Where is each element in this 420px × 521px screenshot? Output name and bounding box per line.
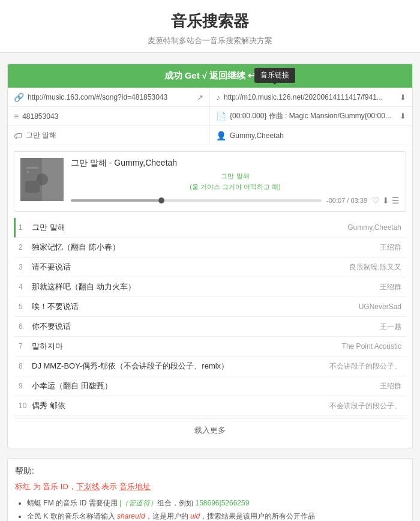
album-art-svg [20,158,64,201]
song-row-10[interactable]: 10 偶秀 郇依 不会讲段子的段公子、 [14,396,406,416]
song-name-4: 那就这样吧（翻自 动力火车） [32,282,375,292]
player-top: 그만 말해 - Gummy,Cheetah 그만 말해 (울 거야스 그거야 어… [20,158,400,205]
download-icon-1[interactable]: ⬇ [400,93,406,102]
song-row-6[interactable]: 6 你不要说话 王一越 [14,317,406,337]
song-name-8: DJ MMZ-BOY-偶秀-郇依（不会讲段子的段公子、remix） [32,361,325,372]
lyrics-value: {00:00.000} 作曲 : Magic Mansion/Gummy{00:… [230,111,396,121]
song-artist-10: 不会讲段子的段公子、 [329,401,401,411]
url-163-value: http://music.163.com/#/song?id=481853043 [28,93,193,101]
link-icon: 🔗 [14,92,24,102]
player-lyrics: 그만 말해 (울 거야스 그거야 어떡하고 해) [71,171,400,192]
song-num-1: 1 [19,223,32,232]
song-artist-7: The Point Acoustic [342,342,401,351]
help-example-num: 158696|5266259 [195,499,249,507]
artist-value: Gummy,Cheetah [230,131,406,140]
song-id-value: 481853043 [22,112,203,121]
song-artist-4: 王绍群 [380,282,401,292]
song-row-5[interactable]: 5 唉！不要说话 UGNeverSad [14,297,406,317]
highlight-underline: 下划线 [76,482,100,491]
load-more-button[interactable]: 载入更多 [14,418,406,442]
download-icon-3[interactable]: ⬇ [382,196,389,205]
lyrics-line2: (울 거야스 그거야 어떡하고 해) [71,182,400,193]
song-name-1: 그만 말해 [32,222,343,233]
info-cell-lyrics: 📄 {00:00.000} 作曲 : Magic Mansion/Gummy{0… [210,107,412,126]
song-artist-5: UGNeverSad [359,303,401,311]
song-row-1[interactable]: 1 그만 말해 Gummy,Cheetah [14,218,406,238]
player-controls: -00:07 / 03:39 ♡ ⬇ ☰ [71,196,400,205]
svg-point-5 [28,170,37,182]
header: 音乐搜索器 麦葱特制多站合一音乐搜索解决方案 [0,0,420,53]
song-row-3[interactable]: 3 请不要说话 良辰制噪,陈又又 [14,257,406,277]
song-num-10: 10 [19,402,32,410]
song-row-9[interactable]: 9 小幸运（翻自 田馥甄） 王绍群 [14,376,406,396]
song-name-2: 独家记忆（翻自 陈小春） [32,242,375,253]
highlight-red: 标红 [15,482,31,491]
lyrics-line1: 그만 말해 [71,171,400,182]
help-item-2: 全民 K 歌的音乐名称请输入 shareuId，这是用户的 uid，搜索结果是该… [27,510,405,521]
song-name-9: 小幸运（翻自 田馥甄） [32,381,375,391]
help-section: 帮助: 标红 为 音乐 ID，下划线 表示 音乐地址 蜻蜓 FM 的音乐 ID … [7,458,413,521]
highlight-music: 音乐 ID [43,482,68,491]
ctrl-icons: ♡ ⬇ ☰ [372,196,400,205]
song-num-8: 8 [19,362,32,370]
svg-rect-3 [26,167,38,169]
main-content: 成功 Get √ 返回继续 ↩ 音乐链接 🔗 http://music.163.… [7,64,413,448]
like-icon[interactable]: ♡ [372,196,380,205]
player-section: 그만 말해 - Gummy,Cheetah 그만 말해 (울 거야스 그거야 어… [14,151,406,212]
song-row-4[interactable]: 4 那就这样吧（翻自 动力火车） 王绍群 [14,277,406,297]
help-highlight: 标红 为 音乐 ID，下划线 表示 音乐地址 [15,481,405,492]
song-artist-2: 王绍群 [380,242,401,253]
header-subtitle: 麦葱特制多站合一音乐搜索解决方案 [0,35,420,46]
song-num-2: 2 [19,243,32,251]
song-name-6: 你不要说话 [32,321,375,332]
info-cell-url-163: 🔗 http://music.163.com/#/song?id=4818530… [8,88,210,107]
progress-bar[interactable] [71,199,322,202]
song-artist-9: 王绍群 [380,381,401,391]
music-note-icon: ♪ [216,92,220,102]
song-num-9: 9 [19,382,32,390]
menu-icon[interactable]: ☰ [392,196,400,205]
download-icon-2[interactable]: ⬇ [400,112,406,121]
song-list: 1 그만 말해 Gummy,Cheetah 2 独家记忆（翻自 陈小春） 王绍群… [14,218,406,442]
song-row-8[interactable]: 8 DJ MMZ-BOY-偶秀-郇依（不会讲段子的段公子、remix） 不会讲段… [14,357,406,376]
song-row-2[interactable]: 2 独家记忆（翻自 陈小春） 王绍群 [14,238,406,257]
info-cell-id: ≡ 481853043 [8,107,210,126]
success-bar: 成功 Get √ 返回继续 ↩ 音乐链接 [8,64,412,88]
document-icon: 📄 [216,112,226,121]
help-list: 蜻蜓 FM 的音乐 ID 需要使用 |（管道符）组合，例如 158696|526… [15,497,405,521]
url-126-value: http://m10.music.126.net/20200614111417/… [224,93,396,101]
player-info: 그만 말해 - Gummy,Cheetah 그만 말해 (울 거야스 그거야 어… [71,158,400,205]
album-art [20,158,64,201]
help-item-1: 蜻蜓 FM 的音乐 ID 需要使用 |（管道符）组合，例如 158696|526… [27,497,405,510]
song-name-value: 그만 말해 [26,130,203,140]
player-title: 그만 말해 - Gummy,Cheetah [71,158,400,169]
info-cell-tag: 🏷 그만 말해 [8,126,210,145]
song-artist-8: 不会讲段子的段公子、 [329,361,401,372]
time-total: 03:39 [350,197,367,204]
progress-fill [71,199,158,202]
help-shareuid: shareuId [117,512,145,520]
help-title: 帮助: [15,466,405,477]
info-grid: 🔗 http://music.163.com/#/song?id=4818530… [8,88,412,145]
time-display: -00:07 / 03:39 [326,197,367,204]
song-num-7: 7 [19,342,32,351]
list-icon: ≡ [14,112,19,121]
song-row-7[interactable]: 7 말하지마 The Point Acoustic [14,337,406,357]
music-link-tooltip: 音乐链接 [254,68,295,83]
help-uid: uid [190,512,200,520]
success-label: 成功 Get √ 返回继续 ↩ [164,70,256,80]
tag-icon: 🏷 [14,131,22,140]
song-name-3: 请不要说话 [32,262,344,273]
song-name-5: 唉！不要说话 [32,301,354,312]
song-name-7: 말하지마 [32,341,337,352]
song-name-10: 偶秀 郇依 [32,400,325,411]
page-wrapper: 音乐搜索器 麦葱特制多站合一音乐搜索解决方案 成功 Get √ 返回继续 ↩ 音… [0,0,420,521]
song-num-3: 3 [19,263,32,271]
song-num-6: 6 [19,322,32,331]
info-cell-url-126: ♪ http://m10.music.126.net/2020061411141… [210,88,412,107]
svg-rect-6 [25,181,40,193]
info-cell-artist: 👤 Gummy,Cheetah [210,126,412,145]
song-artist-6: 王一越 [380,322,401,332]
open-link-icon[interactable]: ↗ [197,93,203,102]
song-num-5: 5 [19,303,32,311]
